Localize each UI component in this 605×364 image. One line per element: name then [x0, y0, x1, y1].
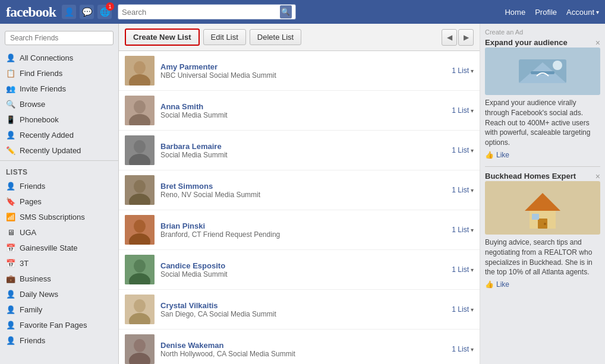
- sidebar-item-3t[interactable]: 📅 3T: [0, 255, 118, 271]
- sidebar-item-gainesville-state[interactable]: 📅 Gainesville State: [0, 240, 118, 255]
- avatar: [125, 96, 155, 125]
- svg-rect-36: [532, 214, 539, 220]
- home-link[interactable]: Home: [505, 8, 525, 17]
- friends-icon[interactable]: 👤: [62, 5, 76, 19]
- table-row[interactable]: Bret Simmons Reno, NV Social Media Summi…: [119, 170, 480, 210]
- account-arrow-icon: ▾: [596, 9, 599, 15]
- find-friends-icon: 📋: [6, 68, 15, 78]
- list-arrow-icon: ▾: [471, 68, 474, 74]
- svg-point-19: [134, 299, 146, 312]
- friend-list-button[interactable]: 1 List ▾: [452, 106, 474, 115]
- friends2-icon: 👤: [6, 335, 15, 345]
- account-menu[interactable]: Account ▾: [566, 8, 599, 17]
- browse-icon: 🔍: [6, 99, 15, 109]
- friend-list-button[interactable]: 1 List ▾: [452, 305, 474, 314]
- top-navigation: facebook 👤 💬 🌐 1 🔍 Home Profile Account …: [0, 0, 605, 24]
- business-label: Business: [20, 274, 51, 283]
- ad-like-button[interactable]: 👍 Like: [485, 151, 600, 159]
- messages-icon[interactable]: 💬: [80, 5, 94, 19]
- friend-info: Brian Pinski Branford, CT Friend Request…: [160, 221, 446, 239]
- search-bar[interactable]: 🔍: [118, 4, 296, 20]
- friend-list-button[interactable]: 1 List ▾: [452, 265, 474, 274]
- sidebar-item-phonebook[interactable]: 📱 Phonebook: [0, 112, 118, 127]
- sidebar-item-find-friends[interactable]: 📋 Find Friends: [0, 65, 118, 81]
- friends-toolbar: Create New List Edit List Delete List ◀ …: [119, 24, 480, 51]
- svg-point-10: [134, 180, 146, 193]
- avatar: [125, 175, 155, 205]
- daily-news-label: Daily News: [20, 290, 58, 299]
- friend-name: Candice Esposito: [160, 261, 446, 270]
- thumbs-up-icon-2: 👍: [485, 280, 494, 289]
- delete-list-button[interactable]: Delete List: [250, 29, 301, 45]
- friend-list-button[interactable]: 1 List ▾: [452, 146, 474, 154]
- ad-image: [485, 48, 600, 95]
- table-row[interactable]: Denise Wakeman North Hollywood, CA Socia…: [119, 330, 480, 364]
- ad-close-button-2[interactable]: ×: [595, 172, 600, 181]
- avatar: [125, 334, 155, 364]
- list-arrow-icon: ▾: [471, 107, 474, 114]
- ad-like-button-2[interactable]: 👍 Like: [485, 280, 600, 289]
- friends-list-icon: 👤: [6, 181, 15, 191]
- table-row[interactable]: Anna Smith Social Media Summit 1 List ▾: [119, 91, 480, 131]
- ad-label: Create an Ad: [485, 29, 600, 36]
- sidebar-item-pages[interactable]: 🔖 Pages: [0, 194, 118, 209]
- svg-point-7: [134, 140, 146, 153]
- sidebar-item-all-connections[interactable]: 👤 All Connections: [0, 50, 118, 65]
- table-row[interactable]: Barbara Lemaire Social Media Summit 1 Li…: [119, 131, 480, 170]
- ad-divider: [485, 166, 600, 167]
- family-label: Family: [20, 305, 42, 314]
- create-new-list-button[interactable]: Create New List: [125, 29, 200, 46]
- table-row[interactable]: Amy Parmenter NBC Universal Social Media…: [119, 51, 480, 91]
- friend-info: Candice Esposito Social Media Summit: [160, 261, 446, 278]
- friend-sub: NBC Universal Social Media Summit: [160, 71, 446, 80]
- ad-close-button[interactable]: ×: [595, 38, 600, 48]
- nav-next-button[interactable]: ▶: [458, 29, 474, 46]
- friend-list-button[interactable]: 1 List ▾: [452, 345, 474, 353]
- globe-icon[interactable]: 🌐 1: [97, 5, 112, 19]
- nav-prev-button[interactable]: ◀: [442, 29, 457, 46]
- facebook-logo: facebook: [6, 4, 56, 20]
- sidebar-item-daily-news[interactable]: 👤 Daily News: [0, 286, 118, 302]
- all-connections-label: All Connections: [20, 53, 73, 62]
- sidebar-item-favorite-fan-pages[interactable]: 👤 Favorite Fan Pages: [0, 317, 118, 333]
- ad-section-1: Create an Ad × Expand your audience Expa…: [485, 29, 600, 159]
- sidebar-item-browse[interactable]: 🔍 Browse: [0, 96, 118, 112]
- list-count: 1 List: [452, 305, 469, 314]
- like-label-2: Like: [496, 280, 509, 289]
- search-input[interactable]: [122, 8, 280, 17]
- 3t-label: 3T: [20, 259, 29, 268]
- friend-info: Bret Simmons Reno, NV Social Media Summi…: [160, 182, 446, 199]
- ad-section-2: × Buckhead Homes Expert Buying advice, s…: [485, 172, 600, 289]
- sidebar-item-family[interactable]: 👤 Family: [0, 302, 118, 317]
- table-row[interactable]: Candice Esposito Social Media Summit 1 L…: [119, 250, 480, 290]
- table-row[interactable]: Crystal Vilkaitis San Diego, CA Social M…: [119, 290, 480, 330]
- page-layout: 👤 All Connections 📋 Find Friends 👥 Invit…: [0, 24, 605, 364]
- recently-updated-label: Recently Updated: [20, 146, 81, 155]
- friends2-label: Friends: [20, 336, 45, 345]
- friend-list-button[interactable]: 1 List ▾: [452, 186, 474, 194]
- avatar: [125, 295, 155, 324]
- sidebar-item-recently-added[interactable]: 👤 Recently Added: [0, 127, 118, 143]
- sidebar-item-invite-friends[interactable]: 👥 Invite Friends: [0, 81, 118, 96]
- friend-sub: Branford, CT Friend Request Pending: [160, 230, 446, 239]
- sidebar-item-friends[interactable]: 👤 Friends: [0, 178, 118, 194]
- friend-list-button[interactable]: 1 List ▾: [452, 67, 474, 75]
- friend-sub: San Diego, CA Social Media Summit: [160, 310, 446, 318]
- sidebar-item-recently-updated[interactable]: ✏️ Recently Updated: [0, 143, 118, 158]
- sidebar-item-sms-subscriptions[interactable]: 📶 SMS Subscriptions: [0, 209, 118, 224]
- friends-search[interactable]: [5, 31, 114, 45]
- profile-link[interactable]: Profile: [535, 8, 557, 17]
- sidebar-item-friends-2[interactable]: 👤 Friends: [0, 333, 118, 348]
- search-friends-input[interactable]: [5, 31, 114, 45]
- table-row[interactable]: Brian Pinski Branford, CT Friend Request…: [119, 210, 480, 250]
- sidebar-divider: [0, 160, 118, 161]
- sidebar-item-uga[interactable]: 🖥 UGA: [0, 224, 118, 240]
- friend-name: Bret Simmons: [160, 182, 446, 191]
- sidebar-item-business[interactable]: 💼 Business: [0, 271, 118, 286]
- left-sidebar: 👤 All Connections 📋 Find Friends 👥 Invit…: [0, 24, 119, 364]
- friend-list-button[interactable]: 1 List ▾: [452, 226, 474, 234]
- search-submit-button[interactable]: 🔍: [280, 5, 292, 18]
- edit-list-button[interactable]: Edit List: [203, 29, 246, 45]
- friend-info: Denise Wakeman North Hollywood, CA Socia…: [160, 341, 446, 358]
- invite-friends-label: Invite Friends: [20, 84, 66, 93]
